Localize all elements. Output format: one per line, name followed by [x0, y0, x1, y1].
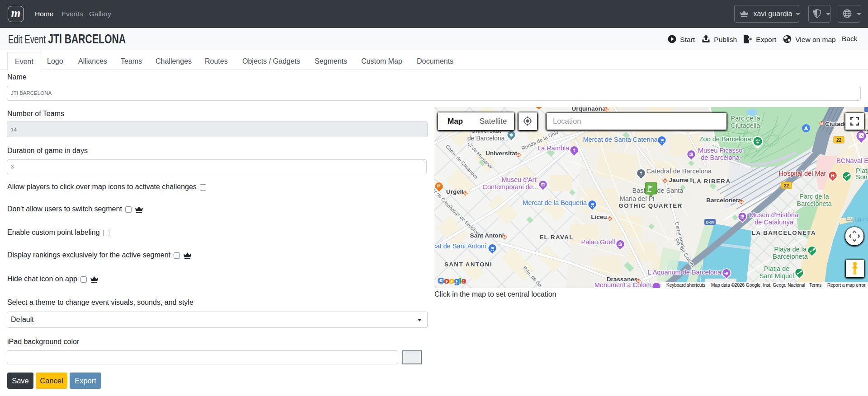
svg-text:Monument a Colom: Monument a Colom	[594, 281, 652, 288]
svg-text:Parc de la: Parc de la	[731, 115, 760, 122]
svg-text:Barceloneta: Barceloneta	[797, 200, 832, 207]
svg-text:Mercat de la Boqueria: Mercat de la Boqueria	[523, 199, 587, 206]
svg-text:Museu d'Art: Museu d'Art	[502, 176, 537, 183]
svg-text:SANT ANTONI: SANT ANTONI	[444, 261, 492, 268]
svg-text:Sant Antoni: Sant Antoni	[470, 232, 504, 239]
svg-text:Jaume I: Jaume I	[669, 177, 692, 183]
svg-text:M: M	[664, 179, 667, 183]
svg-text:Maria del Pi: Maria del Pi	[620, 195, 655, 202]
svg-text:Museu Picasso: Museu Picasso	[698, 147, 742, 154]
svg-text:M: M	[503, 235, 506, 239]
svg-text:M: M	[605, 107, 608, 112]
svg-text:M: M	[740, 200, 743, 204]
svg-text:H: H	[831, 173, 835, 178]
svg-text:Urquinaona: Urquinaona	[571, 107, 605, 112]
svg-text:22: 22	[784, 183, 789, 188]
svg-text:Universitat: Universitat	[486, 150, 517, 157]
svg-text:B-10: B-10	[706, 220, 715, 224]
svg-text:LA BARCELONETA: LA BARCELONETA	[752, 229, 816, 236]
svg-text:M: M	[820, 121, 823, 126]
svg-text:Sant Miquel: Sant Miquel	[760, 272, 794, 280]
svg-text:cat de Sant Antoni: cat de Sant Antoni	[434, 242, 486, 250]
svg-text:BCNaval Ev: BCNaval Ev	[836, 157, 868, 164]
svg-text:Museu d'Història: Museu d'Història	[750, 211, 798, 219]
svg-text:M: M	[609, 217, 612, 221]
svg-text:EL RAVAL: EL RAVAL	[539, 234, 574, 241]
svg-text:Ciutade: Ciutade	[825, 121, 848, 127]
svg-text:Barceloneta: Barceloneta	[706, 197, 741, 204]
svg-text:Contemporani de...: Contemporani de...	[482, 183, 538, 191]
svg-text:de Catalunya: de Catalunya	[755, 219, 793, 226]
svg-text:Mercat de Santa Caterina: Mercat de Santa Caterina	[583, 136, 658, 143]
svg-text:Platja de: Platja de	[764, 265, 789, 272]
svg-text:Parc de la: Parc de la	[799, 193, 829, 200]
svg-text:M: M	[637, 279, 640, 283]
svg-text:GOTHIC QUARTER: GOTHIC QUARTER	[618, 202, 682, 209]
svg-text:Ciutadella: Ciutadella	[731, 122, 760, 129]
svg-text:Playa de la: Playa de la	[774, 246, 807, 253]
svg-text:Catedral de Barcelona: Catedral de Barcelona	[646, 168, 712, 175]
svg-text:LA RIBERA: LA RIBERA	[693, 178, 731, 185]
svg-text:Espigó del: Espigó del	[846, 215, 868, 222]
svg-text:Zoo de Barcelona: Zoo de Barcelona	[699, 135, 751, 143]
svg-text:Som: Som	[856, 173, 868, 181]
svg-text:M: M	[517, 153, 520, 157]
svg-text:Basílica de Santa: Basílica de Santa	[632, 187, 684, 194]
svg-text:Hospital del Mar: Hospital del Mar	[779, 170, 826, 177]
svg-text:Liceu: Liceu	[591, 214, 607, 220]
svg-text:L'Aquàrium de Barcelona: L'Aquàrium de Barcelona	[648, 269, 722, 276]
svg-text:La Rambla: La Rambla	[538, 144, 570, 152]
svg-text:M: M	[464, 191, 467, 196]
svg-text:22: 22	[836, 138, 842, 143]
svg-text:Barceloneta: Barceloneta	[773, 253, 808, 260]
svg-text:de Barcelona: de Barcelona	[701, 154, 740, 161]
svg-text:Urgell: Urgell	[446, 188, 463, 195]
svg-text:Palau Güell: Palau Güell	[581, 238, 615, 246]
svg-text:de Barcelona: de Barcelona	[467, 135, 505, 142]
